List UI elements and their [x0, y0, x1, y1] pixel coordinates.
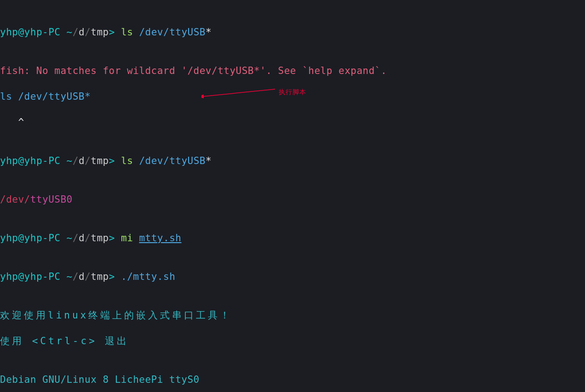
terminal[interactable]: yhp@yhp-PC ~/d/tmp> ls /dev/ttyUSB* fish… — [0, 0, 585, 392]
prompt-gt: > — [109, 27, 115, 38]
dev-path-name: ttyUSB0 — [30, 194, 73, 205]
cmd-run-mtty: ./mtty.sh — [121, 271, 175, 282]
path-short: d — [79, 27, 85, 38]
cmd-ls-2: ls — [121, 155, 133, 166]
cmd-ls: ls — [121, 27, 133, 38]
cmd-mi: mi — [121, 233, 133, 244]
dev-path-prefix: /dev/ — [0, 194, 30, 205]
prompt-user: yhp — [0, 27, 18, 38]
cmd-arg: /dev/ttyUSB — [139, 27, 206, 38]
prompt-line-2: yhp@yhp-PC ~/d/tmp> ls /dev/ttyUSB* — [0, 154, 585, 167]
path-cwd: tmp — [91, 27, 109, 38]
device-output: /dev/ttyUSB0 — [0, 193, 585, 206]
fish-error-msg: fish: No matches for wildcard '/dev/ttyU… — [0, 64, 585, 77]
prompt-line-4: yhp@yhp-PC ~/d/tmp> ./mtty.sh — [0, 270, 585, 283]
prompt-host: yhp-PC — [24, 27, 61, 38]
path-slash-1: / — [73, 27, 79, 38]
banner-line: Debian GNU/Linux 8 LicheePi ttyS0 — [0, 373, 585, 386]
at-sep: @ — [18, 27, 24, 38]
wildcard-star: * — [206, 27, 212, 38]
cmd-mi-arg: mtty.sh — [139, 233, 181, 244]
prompt-line-1: yhp@yhp-PC ~/d/tmp> ls /dev/ttyUSB* — [0, 26, 585, 39]
prompt-line-3: yhp@yhp-PC ~/d/tmp> mi mtty.sh — [0, 232, 585, 244]
annotation-label: 执行脚本 — [279, 85, 306, 98]
cmd-arg-2: /dev/ttyUSB — [139, 155, 206, 166]
welcome-line-1: 欢迎使用linux终端上的嵌入式串口工具！ — [0, 309, 585, 322]
fish-error-caret: ^ — [0, 116, 585, 129]
tilde-icon: ~ — [67, 27, 73, 38]
path-slash-2: / — [85, 27, 91, 38]
welcome-line-2: 使用 <Ctrl-c> 退出 — [0, 335, 585, 347]
